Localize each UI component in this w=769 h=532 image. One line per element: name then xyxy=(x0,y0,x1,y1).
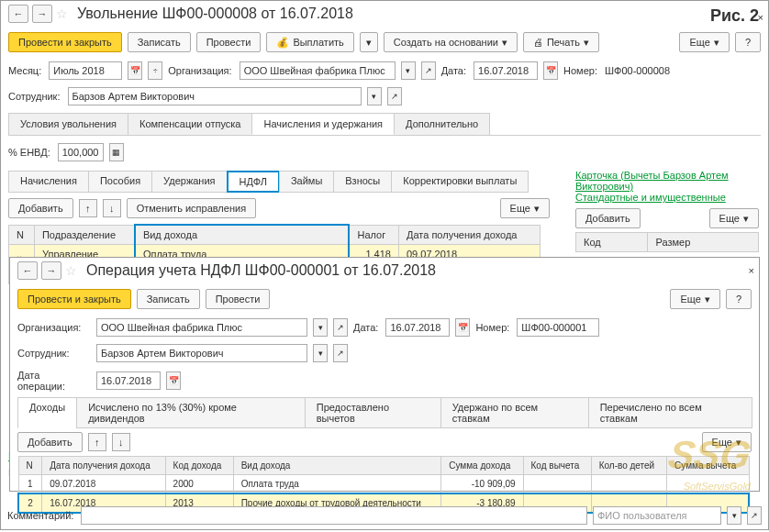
tab-additional[interactable]: Дополнительно xyxy=(394,113,490,135)
col-code: Код дохода xyxy=(165,457,233,475)
fio-input[interactable]: ФИО пользователя xyxy=(593,506,721,525)
date-label: Дата: xyxy=(353,322,380,333)
dropdown-icon[interactable]: ▾ xyxy=(313,318,328,337)
org-input[interactable]: ООО Швейная фабрика Плюс xyxy=(240,61,396,80)
subtab-corrections[interactable]: Корректировки выплаты xyxy=(391,171,529,193)
card-link[interactable]: Карточка (Вычеты Барзов Артем Викторович… xyxy=(575,170,759,192)
add-button[interactable]: Добавить xyxy=(8,198,73,218)
number-input[interactable]: ШФ00-000001 xyxy=(517,318,599,337)
tab-calc13[interactable]: Исчислено по 13% (30%) кроме дивидендов xyxy=(76,397,306,428)
comment-input[interactable] xyxy=(81,506,587,525)
move-up-button[interactable]: ↑ xyxy=(88,433,106,451)
create-based-button[interactable]: Создать на основании ▾ xyxy=(384,32,518,52)
employee-label: Сотрудник: xyxy=(8,91,62,102)
move-up-button[interactable]: ↑ xyxy=(79,199,97,217)
tab-accruals[interactable]: Начисления и удержания xyxy=(251,113,395,135)
cancel-fix-button[interactable]: Отменить исправления xyxy=(127,198,256,218)
employee-input[interactable]: Барзов Артем Викторович xyxy=(68,87,362,105)
dropdown-icon[interactable]: ▾ xyxy=(401,61,416,80)
pay-button[interactable]: 💰Выплатить xyxy=(266,32,353,52)
forward-button[interactable]: → xyxy=(41,261,61,280)
submit-button[interactable]: Провести xyxy=(196,32,262,52)
calendar-icon[interactable]: 📅 xyxy=(543,61,558,80)
forward-button[interactable]: → xyxy=(32,5,52,23)
stepper-icon[interactable]: ÷ xyxy=(148,61,162,80)
star-icon[interactable]: ☆ xyxy=(56,6,68,21)
print-button[interactable]: 🖨Печать ▾ xyxy=(523,32,599,52)
subtab-deductions[interactable]: Удержания xyxy=(151,171,227,193)
dropdown-icon[interactable]: ▾ xyxy=(313,344,328,362)
open-icon[interactable]: ↗ xyxy=(333,318,348,337)
window-title: Увольнение ШФ00-000008 от 16.07.2018 xyxy=(77,6,353,22)
col-n: N xyxy=(18,457,42,475)
dropdown-icon[interactable]: ▾ xyxy=(367,87,382,105)
subtab-accruals[interactable]: Начисления xyxy=(8,171,89,193)
date-input[interactable]: 16.07.2018 xyxy=(474,61,538,80)
col-vcode: Код вычета xyxy=(523,457,591,475)
tab-income[interactable]: Доходы xyxy=(17,397,77,428)
add-button[interactable]: Добавить xyxy=(575,208,641,228)
org-label: Организация: xyxy=(168,65,233,76)
more-button[interactable]: Еще ▾ xyxy=(709,208,759,228)
add-button[interactable]: Добавить xyxy=(17,432,83,452)
subtab-loans[interactable]: Займы xyxy=(279,171,334,193)
subtab-contributions[interactable]: Взносы xyxy=(333,171,392,193)
more-button[interactable]: Еще ▾ xyxy=(679,32,729,52)
envd-input[interactable]: 100,000 xyxy=(58,143,104,161)
date-input[interactable]: 16.07.2018 xyxy=(385,318,450,337)
submit-close-button[interactable]: Провести и закрыть xyxy=(17,289,131,309)
col-size: Размер xyxy=(648,233,759,252)
dropdown-icon[interactable]: ▾ xyxy=(727,506,741,525)
close-icon[interactable]: × xyxy=(749,265,754,276)
calendar-icon[interactable]: 📅 xyxy=(166,371,181,390)
move-down-button[interactable]: ↓ xyxy=(112,433,130,451)
col-vsum: Сумма вычета xyxy=(667,457,749,475)
calendar-icon[interactable]: 📅 xyxy=(128,61,142,80)
save-button[interactable]: Записать xyxy=(128,32,191,52)
submit-button[interactable]: Провести xyxy=(206,289,271,309)
pay-dropdown[interactable]: ▾ xyxy=(360,32,378,52)
month-input[interactable]: Июль 2018 xyxy=(49,61,122,80)
open-icon[interactable]: ↗ xyxy=(421,61,436,80)
tab-withheld[interactable]: Удержано по всем ставкам xyxy=(440,397,589,428)
tab-compensations[interactable]: Компенсации отпуска xyxy=(128,113,252,135)
move-down-button[interactable]: ↓ xyxy=(103,199,121,217)
comment-label: Комментарий: xyxy=(7,510,75,521)
col-type: Вид дохода xyxy=(233,457,441,475)
close-icon[interactable]: × xyxy=(758,12,763,23)
back-button[interactable]: ← xyxy=(17,261,38,280)
subtab-ndfl[interactable]: НДФЛ xyxy=(227,171,280,193)
col-date: Дата получения дохода xyxy=(398,225,540,245)
tab-transferred[interactable]: Перечислено по всем ставкам xyxy=(588,397,752,428)
month-label: Месяц: xyxy=(8,65,43,76)
table-row[interactable]: 1 09.07.2018 2000 Оплата труда -10 909,0… xyxy=(18,475,749,494)
employee-label: Сотрудник: xyxy=(17,348,91,359)
window-title: Операция учета НДФЛ ШФ00-000001 от 16.07… xyxy=(86,262,436,279)
op-date-label: Дата операции: xyxy=(17,370,91,392)
employee-input[interactable]: Барзов Артем Викторович xyxy=(96,344,307,362)
help-button[interactable]: ? xyxy=(735,32,761,52)
col-sum: Сумма дохода xyxy=(441,457,523,475)
std-link[interactable]: Стандартные и имущественные xyxy=(575,192,759,203)
org-input[interactable]: ООО Швейная фабрика Плюс xyxy=(96,318,307,337)
more-button[interactable]: Еще ▾ xyxy=(702,432,752,452)
open-icon[interactable]: ↗ xyxy=(387,87,402,105)
col-code: Код xyxy=(576,233,648,252)
print-icon: 🖨 xyxy=(533,37,543,48)
tab-deductions[interactable]: Предоставлено вычетов xyxy=(305,397,441,428)
money-icon: 💰 xyxy=(276,37,289,49)
tab-conditions[interactable]: Условия увольнения xyxy=(8,113,128,135)
back-button[interactable]: ← xyxy=(8,5,28,23)
help-button[interactable]: ? xyxy=(726,289,752,309)
star-icon[interactable]: ☆ xyxy=(65,263,77,278)
save-button[interactable]: Записать xyxy=(137,289,200,309)
calc-icon[interactable]: ▦ xyxy=(109,143,124,161)
op-date-input[interactable]: 16.07.2018 xyxy=(96,371,161,390)
more-button[interactable]: Еще ▾ xyxy=(500,198,550,218)
open-icon[interactable]: ↗ xyxy=(747,506,762,525)
calendar-icon[interactable]: 📅 xyxy=(455,318,470,337)
subtab-benefits[interactable]: Пособия xyxy=(88,171,152,193)
open-icon[interactable]: ↗ xyxy=(333,344,348,362)
submit-close-button[interactable]: Провести и закрыть xyxy=(8,32,122,52)
more-button[interactable]: Еще ▾ xyxy=(670,289,719,309)
